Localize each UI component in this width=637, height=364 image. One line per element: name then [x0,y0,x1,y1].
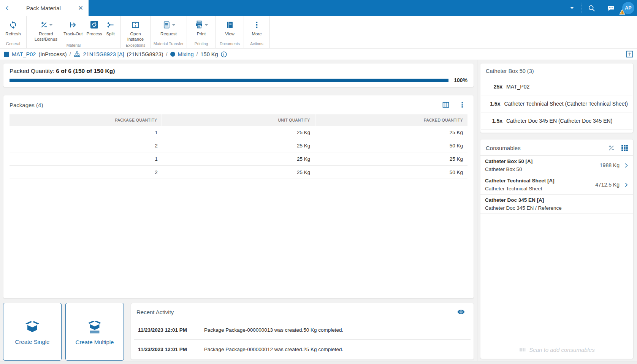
toolbar-group-label: General [0,41,26,48]
progress-percent: 100% [454,77,467,83]
scan-hint: Scan to add consumables [480,346,633,353]
refresh-button[interactable]: Refresh [3,18,22,37]
book-icon [225,21,234,29]
titlebar-separator [601,3,601,13]
column-header[interactable]: UNIT QUANTITY [162,114,314,126]
toolbar-item-label: Process [87,32,103,37]
refresh-icon [9,21,17,29]
table-row[interactable]: 1 25 Kg 25 Kg [10,126,467,139]
consumables-title: Consumables [486,145,521,151]
request-button[interactable]: Request [158,18,179,37]
messages-button[interactable] [602,0,620,16]
breadcrumb: MAT_P02 (InProcess) / 21N15G8923 [A] (21… [0,48,637,60]
activity-row[interactable]: 11/23/2023 12:01 PM Package Package-0000… [134,320,471,340]
grid-icon[interactable] [621,144,629,152]
column-header[interactable]: PACKAGE QUANTITY [10,114,162,126]
consumable-quantity: 4712.5 Kg [595,182,620,188]
consumable-item[interactable]: Catheter Technical Sheet [A] Catheter Te… [480,175,633,195]
expand-panel-button[interactable] [626,51,633,58]
print-button[interactable]: Print [193,18,210,37]
open-box-stack-icon [86,318,103,334]
list-item[interactable]: 25x MAT_P02 [481,78,632,95]
consumable-subtitle: Catheter Technical Sheet [485,185,595,193]
consumable-item[interactable]: Catheter Box 50 [A] Catheter Box 50 1988… [480,156,633,175]
list-item[interactable]: 1.5x Catheter Doc 345 EN (Catheter Doc 3… [481,112,632,130]
toolbar-item-label: Record Loss/Bonus [32,32,60,42]
search-button[interactable] [583,0,600,16]
ribbon-toolbar: Refresh General Record Loss/Bonus Track-… [0,16,637,48]
breadcrumb-lot-link[interactable]: 21N15G8923 [A] [83,51,124,57]
consumable-title: Catheter Box 50 [A] [485,157,600,165]
eye-icon[interactable] [457,308,465,316]
step-dot-icon [170,52,175,57]
warning-icon [619,9,625,15]
table-row[interactable]: 2 25 Kg 50 Kg [10,139,467,152]
title-bar: Pack Material ✕ AP [0,0,637,16]
table-cell: 1 [10,126,162,139]
toolbar-item-label: Open Instance [123,32,148,42]
tabs-dropdown-button[interactable] [563,0,581,16]
track-out-button[interactable]: Track-Out [62,18,85,37]
kebab-menu-icon[interactable] [458,101,466,109]
record-loss-bonus-button[interactable]: Record Loss/Bonus [30,18,62,42]
bom-card: Catheter Box 50 (3) 25x MAT_P02 1.5x Cat… [480,63,634,133]
progress-bar [10,79,448,82]
table-cell: 25 Kg [315,126,467,139]
consumable-quantity: 1988 Kg [600,162,620,168]
split-button[interactable]: Split [104,18,117,37]
tab-close-button[interactable]: ✕ [73,0,89,16]
columns-icon[interactable] [442,101,450,109]
breadcrumb-step-link[interactable]: Mixing [178,51,194,57]
list-item[interactable]: 1.5x Catheter Technical Sheet (Catheter … [481,95,632,112]
column-header[interactable]: PACKED QUANTITY [315,114,467,126]
toolbar-group-label: Documents [216,41,244,48]
toolbar-item-label: Print [197,32,206,37]
record-loss-bonus-icon[interactable] [607,144,615,152]
consumable-title: Catheter Doc 345 EN [A] [485,196,629,204]
toolbar-item-label: Track-Out [63,32,83,37]
view-button[interactable]: View [223,18,236,37]
titlebar-separator [582,3,582,13]
open-instance-button[interactable]: Open Instance [121,18,150,42]
consumable-subtitle: Catheter Doc 345 EN / Reference [485,204,629,212]
packages-card: Packages (4) PACKAGE QUANTITY UNIT QUANT… [3,95,474,299]
chat-icon [607,4,615,12]
activity-row[interactable]: 11/23/2023 12:01 PM Package Package-0000… [134,340,471,359]
chevron-down-icon [570,7,574,9]
kebab-menu-icon [252,21,261,29]
table-row[interactable]: 2 25 Kg 50 Kg [10,166,467,179]
process-button[interactable]: Process [85,18,105,37]
chevron-down-icon [205,24,208,26]
chevron-down-icon [49,24,52,26]
breadcrumb-material-link[interactable]: MAT_P02 [12,51,36,57]
toolbar-group-material-transfer: Request Material Transfer [151,16,187,48]
toolbar-item-label: Refresh [5,32,21,37]
print-icon [195,20,204,29]
bom-item-qty: 1.5x [486,101,500,107]
request-document-icon [162,21,171,29]
packed-quantity-title: Packed Quantity: 6 of 6 (150 of 150 Kg) [3,63,474,77]
toolbar-item-label: Split [106,32,114,37]
bom-item-name: MAT_P02 [506,84,529,90]
consumable-subtitle: Catheter Box 50 [485,165,600,173]
table-cell: 25 Kg [162,126,315,139]
more-button[interactable]: More [250,18,263,37]
activity-timestamp: 11/23/2023 12:01 PM [138,327,196,333]
toolbar-group-label: Actions [244,41,269,48]
track-out-icon [69,21,78,29]
create-multiple-button[interactable]: Create Multiple [65,303,124,361]
create-multiple-label: Create Multiple [76,339,114,345]
table-cell: 50 Kg [315,166,467,179]
toolbar-group-exceptions: Open Instance Exceptions [121,16,151,48]
record-loss-bonus-icon [40,21,48,29]
back-button[interactable] [0,0,14,16]
toolbar-group-printing: Print Printing [187,16,216,48]
breadcrumb-separator: / [166,51,168,57]
create-single-button[interactable]: Create Single [3,303,62,361]
consumable-item[interactable]: Catheter Doc 345 EN [A] Catheter Doc 345… [480,195,633,214]
table-row[interactable]: 1 25 Kg 25 Kg [10,152,467,166]
info-icon[interactable] [220,51,227,58]
scan-hint-text: Scan to add consumables [529,347,595,353]
toolbar-group-label: Printing [187,41,216,48]
search-icon [588,4,596,12]
